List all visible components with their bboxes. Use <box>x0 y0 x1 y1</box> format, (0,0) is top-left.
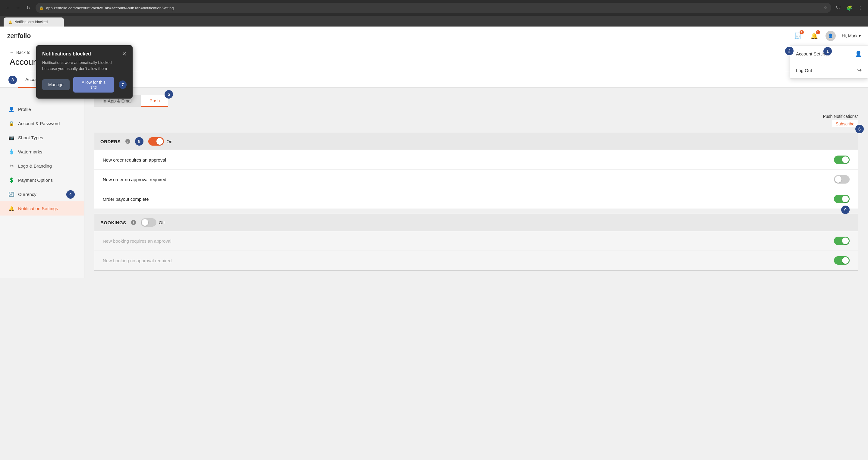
sidebar-item-notification-label: Notification Settings <box>18 206 58 211</box>
browser-toolbar-icons: 🛡 🧩 ⋮ <box>834 4 864 12</box>
order-item-approval: New order requires an approval <box>94 150 858 170</box>
manage-button[interactable]: Manage <box>42 79 70 90</box>
popup-title: Notifications blocked <box>42 51 91 57</box>
step-badge-6: 6 <box>855 125 864 133</box>
payment-icon: 💲 <box>8 177 14 183</box>
booking-approval-toggle[interactable] <box>834 237 849 245</box>
push-notif-header: Push Notifications* Subscribe 6 <box>94 114 858 128</box>
watermark-icon: 💧 <box>8 149 14 155</box>
logout-item[interactable]: Log Out ↪ <box>790 62 868 79</box>
avatar[interactable]: 👤 <box>826 31 836 41</box>
back-button[interactable]: ← <box>4 4 12 12</box>
logout-label: Log Out <box>796 68 812 73</box>
order-no-approval-toggle[interactable] <box>834 175 849 184</box>
extensions-btn[interactable]: 🧩 <box>845 4 854 12</box>
popup-body: Notifications were automatically blocked… <box>42 60 127 71</box>
page-title: Account App Settings <box>10 57 858 67</box>
orders-toggle-label: On <box>166 139 173 144</box>
back-arrow-icon: ← <box>10 50 14 55</box>
camera-icon: 📷 <box>8 135 14 141</box>
sidebar-item-notification-settings[interactable]: 🔔 Notification Settings <box>0 202 84 216</box>
sidebar-item-watermarks[interactable]: 💧 Watermarks <box>0 145 84 159</box>
content-layout: 4 👤 Profile 🔒 Account & Password 📷 Shoot… <box>0 88 868 278</box>
popup-close-button[interactable]: ✕ <box>122 51 127 57</box>
logout-icon: ↪ <box>857 67 862 73</box>
sidebar-item-logo-branding[interactable]: ✂ Logo & Branding <box>0 159 84 173</box>
sidebar-item-account-password[interactable]: 🔒 Account & Password <box>0 116 84 130</box>
order-item-payout: Order payout complete 9 <box>94 189 858 209</box>
order-no-approval-toggle-thumb <box>835 176 841 183</box>
receipt-icon-btn[interactable]: 🧾 1 <box>793 31 803 41</box>
active-tab[interactable]: 🔔 Notifications blocked <box>4 18 64 27</box>
right-content: In-App & Email Push 5 Push Notifications… <box>84 88 868 278</box>
order-approval-toggle-thumb <box>842 156 849 163</box>
order-items: New order requires an approval New order… <box>94 150 858 209</box>
sidebar-item-profile-label: Profile <box>18 107 31 112</box>
menu-btn[interactable]: ⋮ <box>856 4 864 12</box>
orders-toggle-row: On <box>148 137 173 146</box>
sidebar-item-profile[interactable]: 👤 Profile <box>0 102 84 116</box>
browser-nav-buttons: ← → ↻ <box>4 4 33 12</box>
bookings-label: BOOKINGS <box>100 220 126 225</box>
order-item-payout-label: Order payout complete <box>103 196 149 202</box>
bell-icon-btn[interactable]: 🔔 1 <box>809 31 819 41</box>
lock-icon: 🔒 <box>39 6 44 10</box>
booking-no-approval-toggle[interactable] <box>834 256 849 265</box>
orders-toggle[interactable] <box>148 137 164 146</box>
push-notif-info: Push Notifications* Subscribe 6 <box>823 114 858 128</box>
subscribe-link[interactable]: Subscribe <box>832 120 858 128</box>
tab-push[interactable]: Push 5 <box>141 95 168 107</box>
step-badge-2: 2 <box>785 47 794 55</box>
push-notif-title: Push Notifications* <box>823 114 858 119</box>
bookings-header: BOOKINGS i Off <box>94 214 858 231</box>
bell-badge: 1 <box>816 30 820 34</box>
app-header: zenfolio 🧾 1 🔔 1 👤 Hi, Mark ▾ 1 2 Accou <box>0 27 868 45</box>
browser-action-btn[interactable]: 🛡 <box>834 4 843 12</box>
bookings-toggle-label: Off <box>159 220 165 225</box>
sidebar-item-shoot-types-label: Shoot Types <box>18 135 43 140</box>
lock-icon: 🔒 <box>8 121 14 126</box>
step-badge-5: 5 <box>164 90 173 98</box>
booking-no-approval-thumb <box>842 257 849 264</box>
booking-item-no-approval: New booking no approval required <box>94 251 858 270</box>
step-badge-9: 9 <box>841 206 849 214</box>
notif-tabs: In-App & Email Push 5 <box>94 95 858 107</box>
allow-for-this-site-button[interactable]: Allow for this site <box>73 77 114 93</box>
booking-item-approval: New booking requires an approval <box>94 231 858 251</box>
bookings-items: New booking requires an approval New boo… <box>94 231 858 271</box>
tab-label: Notifications blocked <box>14 20 48 24</box>
booking-item-approval-label: New booking requires an approval <box>103 239 172 244</box>
logo-icon: ✂ <box>8 163 14 169</box>
orders-label: ORDERS <box>100 139 121 144</box>
sidebar-item-watermarks-label: Watermarks <box>18 149 42 154</box>
order-payout-toggle[interactable] <box>834 195 849 203</box>
account-settings-icon: 👤 <box>855 50 862 57</box>
star-icon: ☆ <box>824 5 828 10</box>
order-item-approval-label: New order requires an approval <box>103 157 166 162</box>
order-approval-toggle[interactable] <box>834 156 849 164</box>
reload-button[interactable]: ↻ <box>24 4 33 12</box>
bookings-toggle[interactable] <box>141 218 156 227</box>
popup-header: Notifications blocked ✕ <box>42 51 127 57</box>
back-link[interactable]: ← Back to <box>10 50 858 55</box>
header-greeting[interactable]: Hi, Mark ▾ <box>842 33 861 38</box>
bookings-section: BOOKINGS i Off New booking require <box>94 214 858 271</box>
booking-item-no-approval-label: New booking no approval required <box>103 258 172 263</box>
bookings-info-icon[interactable]: i <box>131 220 136 225</box>
orders-info-icon[interactable]: i <box>125 139 130 144</box>
sidebar-item-account-password-label: Account & Password <box>18 121 60 126</box>
tab-in-app-email-label: In-App & Email <box>102 98 133 103</box>
sidebar-item-logo-branding-label: Logo & Branding <box>18 163 52 168</box>
sidebar-item-payment-options[interactable]: 💲 Payment Options <box>0 173 84 187</box>
chevron-down-icon: ▾ <box>859 33 861 38</box>
address-bar[interactable]: 🔒 app.zenfolio.com/account?activeTab=acc… <box>36 3 831 13</box>
orders-section: ORDERS i 8 On <box>94 133 858 209</box>
header-right: 🧾 1 🔔 1 👤 Hi, Mark ▾ 1 <box>793 31 861 41</box>
booking-approval-thumb <box>842 238 849 244</box>
zenfolio-logo: zenfolio <box>7 32 31 40</box>
back-label: Back to <box>16 50 30 55</box>
sidebar-item-shoot-types[interactable]: 📷 Shoot Types <box>0 130 84 145</box>
sidebar-item-currency-label: Currency <box>18 192 36 197</box>
forward-button[interactable]: → <box>14 4 22 12</box>
step-badge-8: 8 <box>135 137 144 146</box>
